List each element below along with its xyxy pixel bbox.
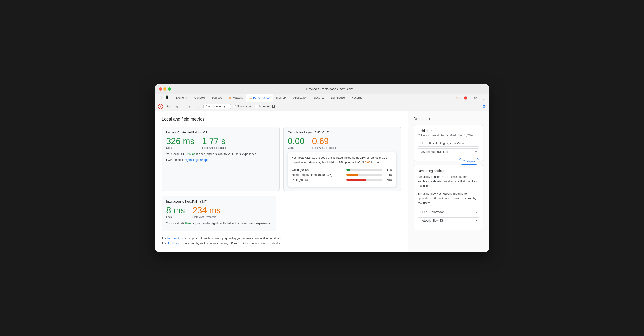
- cls-bar-good-label: Good (≤0.10): [292, 168, 344, 172]
- tab-security[interactable]: Security: [310, 94, 328, 102]
- cls-tooltip-text: Your local CLS 0.00 is good and is rated…: [292, 156, 392, 165]
- tab-memory[interactable]: Memory: [273, 94, 290, 102]
- lcp-field-label: Field 75th Percentile: [202, 146, 226, 149]
- inp-desc-highlight: 8 ms: [185, 222, 191, 225]
- cls-local-value: 0.00: [288, 137, 304, 146]
- inp-values: 8 ms Local 234 ms Field 75th Percentile: [166, 206, 272, 219]
- close-button[interactable]: [159, 87, 162, 90]
- tab-elements[interactable]: Elements: [172, 94, 191, 102]
- cls-tooltip-highlight1: 0.00: [312, 156, 317, 159]
- tab-console[interactable]: Console: [191, 94, 208, 102]
- cls-bar-good: Good (≤0.10) 11%: [292, 168, 392, 172]
- cls-bar-poor-pct: 55%: [384, 178, 392, 182]
- lcp-values: 326 ms Local 1.77 s Field 75th Percentil…: [166, 137, 275, 149]
- tab-application[interactable]: Application: [290, 94, 310, 102]
- device-dropdown[interactable]: Device: Auto (Desktop) ▾: [418, 148, 479, 155]
- right-panel: Next steps Field data Collection period:…: [408, 111, 489, 252]
- cls-field-label: Field 75th Percentile: [312, 146, 336, 149]
- lcp-card: Largest Contentful Paint (LCP) 326 ms Lo…: [162, 127, 280, 191]
- field-data-title: Field data: [418, 129, 479, 133]
- tab-lighthouse[interactable]: Lighthouse: [328, 94, 348, 102]
- metrics-grid: Largest Contentful Paint (LCP) 326 ms Lo…: [162, 127, 401, 191]
- tab-sources[interactable]: Sources: [208, 94, 226, 102]
- screenshots-checkbox-label[interactable]: Screenshots: [233, 105, 253, 108]
- inp-field-group: 234 ms Field 75th Percentile: [192, 206, 221, 219]
- error-badge[interactable]: ⛔ 1: [464, 96, 470, 100]
- section-title: Local and field metrics: [162, 117, 401, 122]
- cls-bar-good-track: [346, 169, 382, 171]
- cls-tooltip-highlight2: 0.69: [365, 161, 370, 164]
- separator-2: [183, 104, 184, 109]
- cls-tooltip-pre1: Your local CLS: [292, 156, 312, 159]
- device-dropdown-label: Device: Auto (Desktop): [420, 150, 450, 153]
- cls-bar-needs-label: Needs improvement (0.10-0.25): [292, 173, 344, 177]
- cls-bar-needs: Needs improvement (0.10-0.25) 34%: [292, 173, 392, 177]
- tab-application-label: Application: [293, 96, 307, 99]
- inp-field-label: Field 75th Percentile: [192, 215, 221, 218]
- footer-line1: The local metrics are captured from the …: [162, 236, 401, 241]
- tab-bar: ⬚ 📱 Elements Console Sources ⚠ Network ⚠…: [155, 94, 489, 102]
- memory-checkbox-label[interactable]: Memory: [255, 105, 270, 108]
- field-data-link[interactable]: field data: [168, 242, 179, 245]
- refresh-button[interactable]: ↻: [165, 103, 172, 110]
- cpu-select[interactable]: CPU: 6× slowdown: [418, 209, 479, 215]
- lcp-element-link[interactable]: img#hplogo.lnXdpd: [184, 158, 208, 162]
- footer-line2-pre: The: [162, 242, 168, 245]
- cls-bar-needs-pct: 34%: [384, 173, 392, 177]
- inp-card: Interaction to Next Paint (INP) 8 ms Loc…: [162, 196, 276, 232]
- cls-bar-poor-track: [346, 179, 382, 181]
- configure-button[interactable]: Configure: [459, 158, 479, 165]
- separator-1: [171, 94, 172, 98]
- local-metrics-link[interactable]: local metrics: [168, 237, 184, 240]
- lcp-desc-end: is good, and is similar to your users' e…: [195, 152, 257, 156]
- monitor-icon[interactable]: 🖥: [272, 104, 275, 109]
- clear-button[interactable]: ⊘: [174, 103, 180, 110]
- window-title: DevTools - fonts.google.com/icons: [175, 87, 485, 91]
- url-dropdown[interactable]: URL: https://fonts.google.com/icons ▾: [418, 140, 479, 147]
- field-data-card: Field data Collection period: Aug 5, 202…: [414, 125, 483, 161]
- tab-performance[interactable]: ⚠ Performance: [246, 94, 273, 102]
- settings-icon[interactable]: ⚙: [472, 95, 478, 101]
- left-panel: Local and field metrics Largest Contentf…: [155, 111, 408, 252]
- maximize-button[interactable]: [168, 87, 171, 90]
- recording-settings-card: Recording settings A majority of users a…: [414, 165, 483, 230]
- screenshots-checkbox[interactable]: [233, 105, 236, 108]
- cls-bar-needs-fill: [346, 174, 358, 176]
- tab-network[interactable]: ⚠ Network: [226, 94, 246, 102]
- upload-button[interactable]: ↑: [186, 103, 193, 110]
- main-content: Local and field metrics Largest Contentf…: [155, 111, 489, 252]
- cls-bar-poor: Poor (>0.25) 55%: [292, 178, 392, 182]
- screenshots-label: Screenshots: [237, 105, 253, 108]
- network-select[interactable]: Network: Slow 4G: [418, 217, 479, 224]
- inspect-icon[interactable]: ⬚: [157, 94, 164, 101]
- lcp-element-label: LCP Element: [166, 158, 183, 162]
- error-icon: ⛔: [464, 96, 468, 100]
- more-options-icon[interactable]: ⋮: [480, 95, 487, 101]
- recording-bar: ● ↻ ⊘ ↑ ↓ (no recordings) Screenshots Me…: [155, 102, 489, 111]
- network-warning-icon: ⚠: [229, 96, 231, 99]
- memory-checkbox[interactable]: [255, 105, 258, 108]
- tab-recorder[interactable]: Recorder: [348, 94, 366, 102]
- minimize-button[interactable]: [164, 87, 166, 90]
- record-button[interactable]: ●: [158, 104, 163, 109]
- settings-icon-right[interactable]: ⚙: [482, 104, 486, 109]
- recording-settings-desc2: Try using Slow 4G network throttling to …: [418, 192, 479, 205]
- lcp-local-label: Local: [166, 146, 194, 149]
- warning-badge[interactable]: ⚠ 20: [456, 96, 462, 100]
- recordings-select[interactable]: (no recordings): [204, 104, 231, 109]
- tab-network-label: Network: [232, 96, 243, 99]
- device-icon[interactable]: 📱: [164, 94, 170, 101]
- cls-bar-good-fill: [346, 169, 350, 171]
- url-dropdown-arrow: ▾: [475, 142, 476, 144]
- warning-count: 20: [459, 96, 462, 100]
- cls-bar-needs-track: [346, 174, 382, 176]
- cls-values: 0.00 Local 0.69 Field 75th Percentile: [288, 137, 397, 149]
- footer-line1-post: are captured from the current page using…: [184, 237, 283, 240]
- inp-desc-pre: Your local INP: [166, 222, 185, 225]
- download-button[interactable]: ↓: [195, 103, 202, 110]
- tab-sources-label: Sources: [212, 96, 222, 99]
- gear-icon-blue[interactable]: ⚙: [482, 104, 486, 109]
- recording-settings-desc1: A majority of users are on desktop. Try …: [418, 175, 479, 189]
- cls-bar-good-pct: 11%: [384, 168, 392, 172]
- cls-bar-poor-label: Poor (>0.25): [292, 178, 344, 182]
